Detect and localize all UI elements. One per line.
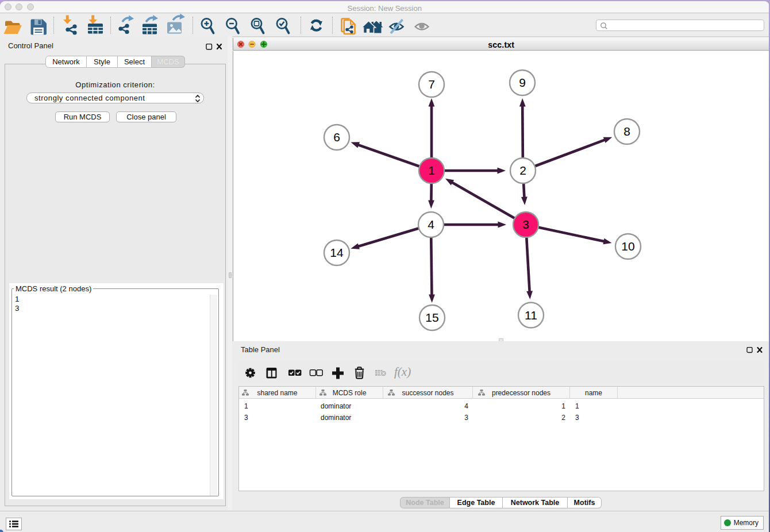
svg-text:1: 1 [428, 164, 435, 177]
svg-text:10: 10 [621, 240, 634, 253]
svg-text:4: 4 [428, 218, 434, 231]
svg-text:7: 7 [428, 78, 435, 91]
svg-text:2: 2 [519, 164, 526, 177]
svg-text:f(x): f(x) [394, 365, 411, 379]
svg-text:3: 3 [522, 218, 529, 231]
svg-text:15: 15 [425, 311, 438, 324]
svg-text:8: 8 [623, 125, 630, 138]
svg-text:14: 14 [330, 246, 344, 259]
svg-text:6: 6 [333, 130, 340, 144]
svg-text:9: 9 [519, 76, 526, 89]
svg-text:11: 11 [525, 309, 537, 322]
